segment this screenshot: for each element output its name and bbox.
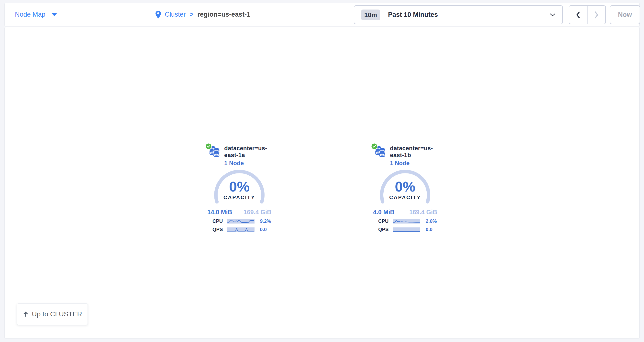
capacity-total: 169.4 GiB <box>244 209 272 216</box>
chevron-right-icon <box>594 11 599 19</box>
check-circle-icon <box>371 143 378 150</box>
view-selector-label: Node Map <box>15 11 46 18</box>
capacity-range: 14.0 MiB 169.4 GiB <box>207 209 272 216</box>
caret-down-icon <box>51 13 57 16</box>
chevron-down-icon <box>550 13 556 16</box>
qps-label: QPS <box>378 227 393 232</box>
cpu-label: CPU <box>378 218 393 224</box>
node-map-canvas: datacenter=us-east-1a 1 Node 0% CAPACITY… <box>4 27 640 338</box>
qps-value: 0.0 <box>255 227 274 232</box>
datacenter-name: datacenter=us-east-1b <box>390 145 439 159</box>
node-map-page: { "header": { "view_selector": { "label"… <box>0 0 644 342</box>
datacenter-titles: datacenter=us-east-1b 1 Node <box>390 141 439 167</box>
breadcrumb: Cluster > region=us-east-1 <box>156 3 250 26</box>
datacenter-icon-group <box>205 141 220 158</box>
datacenter-name: datacenter=us-east-1a <box>224 145 274 159</box>
topbar-divider <box>343 5 343 24</box>
location-pin-icon <box>156 11 161 18</box>
cpu-sparkline <box>393 219 420 224</box>
up-to-cluster-label: Up to CLUSTER <box>32 310 82 318</box>
datacenter-node-count[interactable]: 1 Node <box>224 160 274 167</box>
datacenter-card-us-east-1b[interactable]: datacenter=us-east-1b 1 Node 0% CAPACITY… <box>371 141 439 232</box>
capacity-used: 4.0 MiB <box>373 209 394 216</box>
time-range-dropdown[interactable]: 10m Past 10 Minutes <box>354 5 563 24</box>
datacenter-card-us-east-1a[interactable]: datacenter=us-east-1a 1 Node 0% CAPACITY… <box>205 141 274 232</box>
qps-metric-row: QPS 0.0 <box>371 227 439 232</box>
breadcrumb-current: region=us-east-1 <box>197 11 250 18</box>
capacity-range: 4.0 MiB 169.4 GiB <box>373 209 437 216</box>
capacity-label: CAPACITY <box>212 194 266 200</box>
capacity-percent: 0% <box>378 178 432 195</box>
datacenter-titles: datacenter=us-east-1a 1 Node <box>224 141 274 167</box>
breadcrumb-cluster-link[interactable]: Cluster <box>165 11 186 18</box>
cpu-metric-row: CPU 9.2% <box>205 218 274 224</box>
chevron-left-icon <box>576 11 581 19</box>
capacity-label: CAPACITY <box>378 194 432 200</box>
qps-sparkline <box>227 227 254 232</box>
cpu-label: CPU <box>212 218 227 224</box>
capacity-gauge: 0% CAPACITY <box>212 169 266 206</box>
time-range-badge: 10m <box>361 9 380 20</box>
arrow-up-icon <box>22 311 29 317</box>
now-button-label: Now <box>618 11 632 18</box>
qps-value: 0.0 <box>421 227 439 232</box>
capacity-gauge: 0% CAPACITY <box>378 169 432 206</box>
check-circle-icon <box>205 143 212 150</box>
cpu-metric-row: CPU 2.6% <box>371 218 439 224</box>
qps-sparkline <box>393 227 420 232</box>
qps-metric-row: QPS 0.0 <box>205 227 274 232</box>
datacenter-header: datacenter=us-east-1a 1 Node <box>205 141 274 167</box>
time-forward-button[interactable] <box>588 6 606 24</box>
up-to-cluster-button[interactable]: Up to CLUSTER <box>17 303 88 325</box>
cpu-sparkline <box>227 219 254 224</box>
datacenter-node-count[interactable]: 1 Node <box>390 160 439 167</box>
time-range-label: Past 10 Minutes <box>388 11 438 18</box>
capacity-used: 14.0 MiB <box>207 209 232 216</box>
time-back-button[interactable] <box>569 6 588 24</box>
datacenter-icon-group <box>371 141 386 158</box>
capacity-total: 169.4 GiB <box>409 209 437 216</box>
cpu-value: 2.6% <box>421 218 439 224</box>
time-nav-group <box>569 5 606 24</box>
cpu-value: 9.2% <box>255 218 274 224</box>
capacity-percent: 0% <box>212 178 266 195</box>
qps-label: QPS <box>212 227 227 232</box>
view-selector-dropdown[interactable]: Node Map <box>15 3 57 26</box>
datacenter-header: datacenter=us-east-1b 1 Node <box>371 141 439 167</box>
breadcrumb-separator: > <box>190 11 194 18</box>
now-button[interactable]: Now <box>610 5 640 24</box>
top-bar: Node Map Cluster > region=us-east-1 10m … <box>4 3 640 26</box>
